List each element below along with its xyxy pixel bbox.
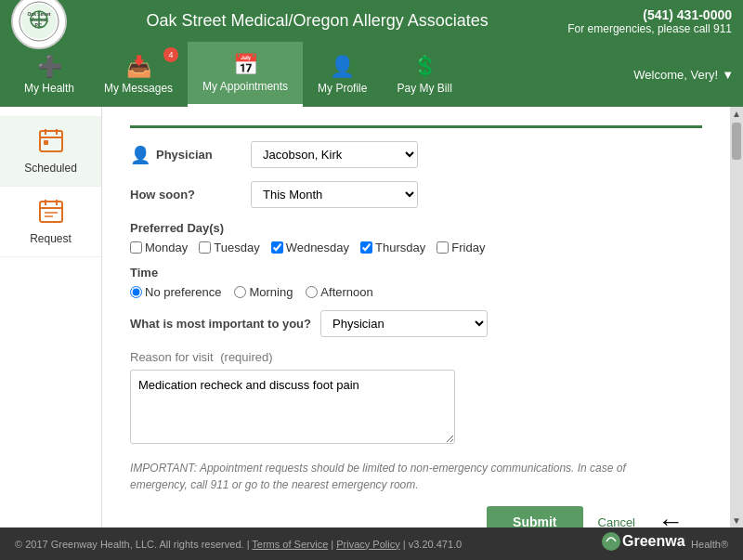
svg-text:Greenway: Greenway <box>622 533 685 549</box>
time-no-preference[interactable]: No preference <box>130 285 221 299</box>
main-content: 👤 Physician Jacobson, Kirk No preference… <box>102 107 730 527</box>
scheduled-icon <box>38 127 64 158</box>
importance-label: What is most important to you? <box>130 317 311 331</box>
day-tuesday[interactable]: Tuesday <box>199 241 259 254</box>
physician-row: 👤 Physician Jacobson, Kirk No preference <box>130 141 702 168</box>
sidebar-request-label: Request <box>30 232 72 245</box>
nav-my-messages-label: My Messages <box>104 82 173 95</box>
svg-rect-12 <box>44 140 48 145</box>
physician-label: Physician <box>156 148 213 162</box>
header: Oak Street Medical, P.C. Oak Street Medi… <box>0 0 743 42</box>
my-health-icon: ➕ <box>37 55 62 79</box>
how-soon-label: How soon? <box>130 188 251 202</box>
nav-pay-bill[interactable]: 💲 Pay My Bill <box>382 42 466 107</box>
svg-rect-8 <box>40 131 62 151</box>
time-afternoon[interactable]: Afternoon <box>306 285 372 299</box>
nav-pay-bill-label: Pay My Bill <box>397 82 451 95</box>
footer: © 2017 Greenway Health, LLC. All rights … <box>0 527 743 560</box>
health-sub: Health® <box>691 539 728 550</box>
nav-my-health[interactable]: ➕ My Health <box>9 42 89 107</box>
day-thursday[interactable]: Thursday <box>360 241 425 254</box>
welcome-text: Welcome, Very! <box>633 68 718 82</box>
checkbox-tuesday[interactable] <box>199 241 211 254</box>
terms-link[interactable]: Terms of Service <box>252 539 328 550</box>
emergency-text: For emergencies, please call 911 <box>567 22 732 35</box>
time-morning[interactable]: Morning <box>234 285 293 299</box>
footer-right: Greenway Health® <box>602 528 728 559</box>
time-radio-group: No preference Morning Afternoon <box>130 285 702 299</box>
importance-row: What is most important to you? Physician… <box>130 310 702 337</box>
physician-label-area: 👤 Physician <box>130 145 251 165</box>
greenway-brand: Greenway <box>602 528 685 559</box>
my-profile-icon: 👤 <box>330 55 355 79</box>
content-top-bar <box>130 125 702 128</box>
reason-section: Reason for visit (required) Medication r… <box>130 350 702 447</box>
importance-select[interactable]: Physician Date Time <box>320 310 488 337</box>
request-icon <box>38 198 64 228</box>
nav-my-health-label: My Health <box>24 82 74 95</box>
header-title: Oak Street Medical/Oregon Allergy Associ… <box>67 11 567 31</box>
scroll-up-button[interactable]: ▲ <box>732 109 741 119</box>
reason-required: (required) <box>220 350 272 364</box>
sidebar-item-request[interactable]: Request <box>0 187 101 257</box>
days-checkboxes: Monday Tuesday Wednesday Thursday Friday <box>130 241 702 254</box>
messages-badge: 4 <box>163 47 178 62</box>
reason-label: Reason for visit (required) <box>130 350 702 364</box>
how-soon-row: How soon? This Month This Week Next Week… <box>130 181 702 208</box>
important-note: IMPORTANT: Appointment requests should b… <box>130 460 669 493</box>
sidebar-scheduled-label: Scheduled <box>24 162 77 175</box>
footer-left: © 2017 Greenway Health, LLC. All rights … <box>15 539 462 550</box>
scrollbar[interactable]: ▲ ▼ <box>730 107 743 527</box>
nav-my-appointments-label: My Appointments <box>202 80 288 93</box>
nav-my-appointments[interactable]: 📅 My Appointments <box>188 42 303 107</box>
header-contact: (541) 431-0000 For emergencies, please c… <box>567 7 732 35</box>
day-friday[interactable]: Friday <box>437 241 485 254</box>
time-label: Time <box>130 266 702 280</box>
checkbox-thursday[interactable] <box>360 241 372 254</box>
checkbox-friday[interactable] <box>437 241 449 254</box>
sidebar: Scheduled Request <box>0 107 102 527</box>
radio-no-preference[interactable] <box>130 286 142 298</box>
phone-number: (541) 431-0000 <box>567 7 732 22</box>
radio-morning[interactable] <box>234 286 246 298</box>
day-wednesday[interactable]: Wednesday <box>271 241 349 254</box>
submit-button[interactable]: Submit <box>487 506 582 527</box>
arrow-indicator: ← <box>658 507 684 527</box>
scroll-down-button[interactable]: ▼ <box>732 515 741 526</box>
my-appointments-icon: 📅 <box>233 53 258 77</box>
checkbox-wednesday[interactable] <box>271 241 283 254</box>
physician-select[interactable]: Jacobson, Kirk No preference <box>251 141 418 168</box>
welcome-area: Welcome, Very! ▼ <box>633 42 734 107</box>
time-section: Time No preference Morning Afternoon <box>130 266 702 299</box>
submit-row: Submit Cancel ← <box>130 506 702 527</box>
pay-bill-icon: 💲 <box>412 55 437 79</box>
dropdown-icon[interactable]: ▼ <box>722 68 734 82</box>
main-layout: Scheduled Request 👤 Physician <box>0 107 743 527</box>
sidebar-item-scheduled[interactable]: Scheduled <box>0 116 101 187</box>
copyright: © 2017 Greenway Health, LLC. All rights … <box>15 539 244 550</box>
version: v3.20.471.0 <box>409 539 463 550</box>
how-soon-select[interactable]: This Month This Week Next Week Next Mont… <box>251 181 418 208</box>
nav-my-profile[interactable]: 👤 My Profile <box>303 42 382 107</box>
scroll-thumb[interactable] <box>732 123 741 160</box>
preferred-days-section: Preferred Day(s) Monday Tuesday Wednesda… <box>130 221 702 254</box>
svg-rect-13 <box>40 202 62 222</box>
reason-textarea[interactable]: Medication recheck and discuss foot pain <box>130 370 455 444</box>
svg-point-19 <box>602 532 620 551</box>
cancel-button[interactable]: Cancel <box>598 515 635 528</box>
preferred-days-label: Preferred Day(s) <box>130 221 702 235</box>
checkbox-monday[interactable] <box>130 241 142 254</box>
my-messages-icon: 📥 <box>126 55 151 79</box>
nav-my-profile-label: My Profile <box>318 82 367 95</box>
privacy-link[interactable]: Privacy Policy <box>336 539 399 550</box>
day-monday[interactable]: Monday <box>130 241 188 254</box>
nav-my-messages[interactable]: 4 📥 My Messages <box>89 42 188 107</box>
physician-person-icon: 👤 <box>130 145 150 165</box>
nav-bar: ➕ My Health 4 📥 My Messages 📅 My Appoint… <box>0 42 743 107</box>
radio-afternoon[interactable] <box>306 286 318 298</box>
